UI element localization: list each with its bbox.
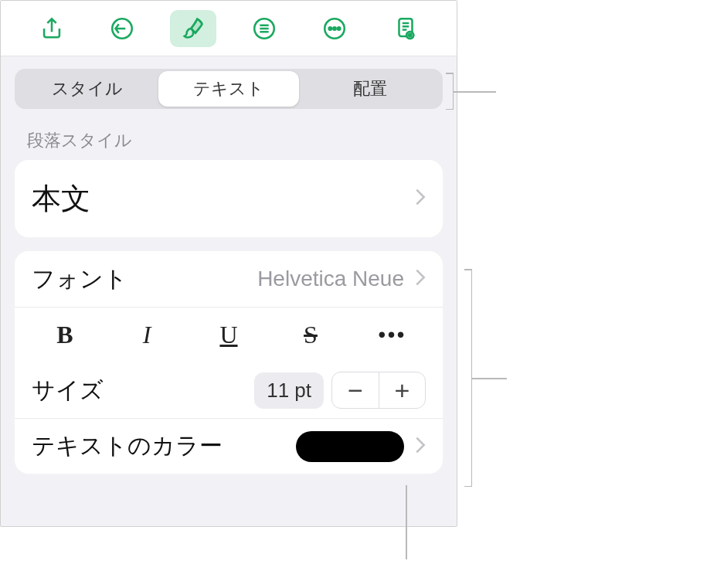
tabs-container: スタイル テキスト 配置 [1, 56, 457, 118]
paragraph-style-row[interactable]: 本文 [15, 160, 443, 237]
undo-button[interactable] [99, 10, 145, 47]
strikethrough-button[interactable]: S [270, 308, 352, 362]
tab-arrange[interactable]: 配置 [299, 71, 440, 107]
font-style-row: B I U S ••• [15, 307, 443, 362]
chevron-right-icon [415, 188, 426, 209]
text-color-label: テキストのカラー [32, 430, 223, 462]
chevron-right-icon [415, 436, 426, 457]
svg-point-5 [338, 27, 340, 29]
share-icon [39, 15, 65, 42]
text-format-card: フォント Helvetica Neue B I U S ••• サイズ 11 p… [15, 251, 443, 474]
callout-line [471, 378, 507, 379]
more-icon [321, 15, 348, 42]
callout-line [453, 91, 496, 93]
font-row[interactable]: フォント Helvetica Neue [15, 251, 443, 307]
underline-button[interactable]: U [188, 308, 270, 362]
chevron-right-icon [415, 268, 426, 290]
paragraph-style-label: 段落スタイル [1, 118, 457, 160]
paragraph-button[interactable] [241, 10, 287, 47]
font-label: フォント [32, 263, 127, 295]
size-value-button[interactable]: 11 pt [254, 372, 324, 409]
undo-icon [109, 15, 135, 42]
share-button[interactable] [29, 10, 75, 47]
more-styles-button[interactable]: ••• [352, 308, 433, 362]
list-icon [251, 15, 277, 42]
tab-text[interactable]: テキスト [158, 71, 300, 107]
toolbar [1, 1, 457, 56]
paragraph-style-card: 本文 [15, 160, 443, 237]
size-decrease-button[interactable]: − [332, 372, 379, 408]
svg-point-9 [409, 33, 411, 36]
format-panel: スタイル テキスト 配置 段落スタイル 本文 フォント Helvetica Ne… [0, 0, 457, 527]
bold-button[interactable]: B [24, 308, 106, 362]
document-view-button[interactable] [382, 10, 429, 47]
italic-button[interactable]: I [106, 308, 188, 362]
svg-point-3 [329, 27, 331, 29]
tab-style[interactable]: スタイル [17, 71, 158, 107]
size-increase-button[interactable]: + [379, 372, 425, 408]
tabs: スタイル テキスト 配置 [15, 69, 443, 109]
callout-line [406, 485, 407, 559]
color-swatch[interactable] [296, 431, 404, 462]
svg-point-4 [334, 27, 336, 29]
text-color-row[interactable]: テキストのカラー [15, 418, 443, 474]
brush-icon [180, 15, 206, 42]
size-row: サイズ 11 pt − + [15, 362, 443, 418]
format-button[interactable] [170, 10, 216, 47]
paragraph-style-value: 本文 [32, 179, 90, 219]
size-stepper: − + [331, 372, 426, 409]
document-view-icon [392, 15, 419, 42]
more-button[interactable] [311, 10, 358, 47]
font-value: Helvetica Neue [257, 267, 404, 291]
size-label: サイズ [32, 375, 104, 406]
